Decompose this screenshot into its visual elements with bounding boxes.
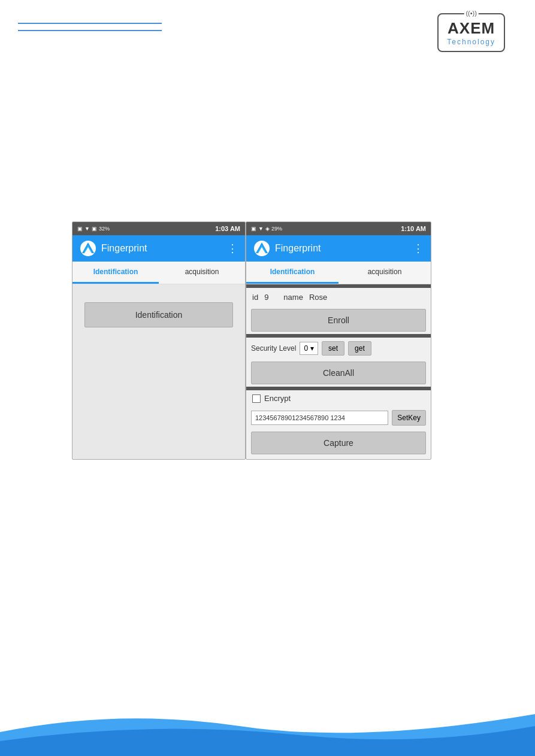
screenshots-container: ▣ ▼ ▣ 32% 1:03 AM Fingerprint ⋮ [72, 221, 467, 460]
left-tab-identification[interactable]: Identification [72, 262, 159, 284]
key-row: SetKey [246, 406, 431, 429]
key-input[interactable] [251, 411, 388, 425]
get-button[interactable]: get [348, 341, 371, 356]
encrypt-checkbox[interactable] [252, 394, 261, 403]
right-tab-acquisition[interactable]: acquisition [338, 262, 431, 284]
encrypt-row: Encrypt [246, 390, 431, 406]
left-tab-acquisition[interactable]: acquisition [159, 262, 245, 284]
right-signal-icon: ▣ [251, 226, 256, 232]
encrypt-label: Encrypt [264, 394, 291, 403]
left-menu-dots[interactable]: ⋮ [227, 242, 238, 255]
right-screen: ▣ ▼ ◈ 29% 1:10 AM Fingerprint ⋮ Ide [246, 221, 431, 460]
right-header-left: Fingerprint [253, 240, 321, 257]
enroll-button[interactable]: Enroll [251, 309, 426, 332]
cleanall-button[interactable]: CleanAll [251, 362, 426, 384]
name-label: name [283, 293, 303, 302]
right-status-bar: ▣ ▼ ◈ 29% 1:10 AM [246, 222, 431, 235]
left-header-left: Fingerprint [80, 240, 147, 257]
logo-title: AXEM [447, 19, 495, 38]
setkey-button[interactable]: SetKey [392, 410, 426, 426]
right-time: 1:10 AM [401, 225, 426, 232]
logo-border: ((•)) AXEM Technology [437, 13, 505, 52]
id-value: 9 [264, 293, 268, 302]
left-time: 1:03 AM [215, 225, 240, 232]
left-app-header: Fingerprint ⋮ [72, 235, 245, 262]
identification-button[interactable]: Identification [84, 302, 233, 327]
security-level-label: Security Level [251, 344, 296, 353]
right-status-icons: ▣ ▼ ◈ 29% [251, 226, 282, 232]
left-app-icon [80, 240, 96, 257]
left-battery-percent: 32% [99, 226, 110, 232]
wifi-icon: ((•)) [464, 10, 479, 17]
capture-button[interactable]: Capture [251, 432, 426, 454]
decorative-lines [18, 23, 162, 31]
right-app-title: Fingerprint [275, 243, 321, 254]
left-wifi-icon: ▼ [84, 226, 90, 232]
security-level-row: Security Level 0 ▾ set get [246, 338, 431, 359]
right-app-icon [253, 240, 270, 257]
right-menu-dots[interactable]: ⋮ [413, 242, 424, 255]
top-line-2 [18, 30, 162, 31]
left-status-bar: ▣ ▼ ▣ 32% 1:03 AM [72, 222, 245, 235]
left-status-icons: ▣ ▼ ▣ 32% [77, 226, 110, 232]
right-battery-percent: 29% [271, 226, 282, 232]
axem-logo: ((•)) AXEM Technology [437, 13, 505, 52]
right-wifi-icon: ▼ [258, 226, 264, 232]
set-button[interactable]: set [322, 341, 344, 356]
right-tabs: Identification acquisition [246, 262, 431, 284]
right-battery-icon: ◈ [265, 226, 270, 232]
right-app-header: Fingerprint ⋮ [246, 235, 431, 262]
left-battery-icon: ▣ [92, 226, 97, 232]
left-signal-icon: ▣ [77, 226, 83, 232]
left-app-content: Identification [72, 284, 245, 452]
right-tab-identification[interactable]: Identification [246, 262, 338, 284]
security-dropdown-arrow: ▾ [310, 344, 314, 353]
left-screen: ▣ ▼ ▣ 32% 1:03 AM Fingerprint ⋮ [72, 221, 246, 460]
left-app-title: Fingerprint [101, 243, 147, 254]
top-line-1 [18, 23, 162, 24]
bottom-wave [0, 708, 535, 756]
security-level-dropdown[interactable]: 0 ▾ [300, 342, 318, 355]
left-tabs: Identification acquisition [72, 262, 245, 284]
security-value: 0 [304, 344, 308, 353]
name-value: Rose [309, 293, 327, 302]
id-label: id [252, 293, 258, 302]
logo-subtitle: Technology [447, 38, 495, 46]
id-name-row: id 9 name Rose [246, 288, 431, 306]
